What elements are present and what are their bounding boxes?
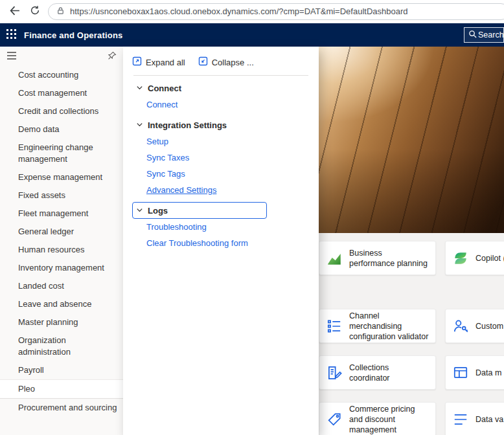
price-tag-icon xyxy=(326,411,343,428)
collapse-button[interactable]: Collapse ... xyxy=(198,56,254,68)
flyout-link-setup[interactable]: Setup xyxy=(146,133,310,150)
sidebar-item-engineering-change-management[interactable]: Engineering change management xyxy=(0,139,123,168)
workarea: Cost accounting Cost management Credit a… xyxy=(0,47,504,435)
tile-label: Copilot (Previe xyxy=(475,253,504,263)
tile-business-performance-planning[interactable]: Business performance planning xyxy=(319,241,436,275)
tile-copilot-preview[interactable]: Copilot (Previe xyxy=(445,241,504,275)
url-text: https://usnconeboxax1aos.cloud.onebox.dy… xyxy=(70,6,408,16)
sidebar-item-cost-management[interactable]: Cost management xyxy=(0,84,123,102)
sidebar-item-demo-data[interactable]: Demo data xyxy=(0,120,123,139)
collapse-label: Collapse ... xyxy=(212,58,254,67)
sidebar-item-expense-management[interactable]: Expense management xyxy=(0,168,123,186)
chevron-down-icon xyxy=(136,206,143,216)
sidebar-item-pleo[interactable]: Pleo xyxy=(0,379,123,399)
app-header: Finance and Operations Search xyxy=(0,23,504,47)
module-sidebar: Cost accounting Cost management Credit a… xyxy=(0,47,123,435)
flyout-link-sync-tags[interactable]: Sync Tags xyxy=(146,166,310,182)
refresh-icon xyxy=(30,5,40,17)
sidebar-item-credit-and-collections[interactable]: Credit and collections xyxy=(0,102,123,120)
sidebar-item-cost-accounting[interactable]: Cost accounting xyxy=(0,66,123,84)
sidebar-item-procurement-and-sourcing[interactable]: Procurement and sourcing xyxy=(0,399,123,417)
dashboard-hero-image xyxy=(319,47,504,233)
tile-collections-coordinator[interactable]: Collections coordinator xyxy=(319,355,436,390)
tile-label: Business performance planning xyxy=(349,248,429,269)
sidebar-item-landed-cost[interactable]: Landed cost xyxy=(0,277,123,295)
sidebar-item-master-planning[interactable]: Master planning xyxy=(0,313,123,331)
sidebar-item-fixed-assets[interactable]: Fixed assets xyxy=(0,186,123,205)
pin-panel-button[interactable] xyxy=(106,50,118,63)
section-title: Integration Settings xyxy=(148,120,227,130)
tile-label: Custom xyxy=(475,321,503,331)
expand-all-label: Expand all xyxy=(146,58,185,67)
sidebar-item-general-ledger[interactable]: General ledger xyxy=(0,223,123,241)
waffle-icon xyxy=(6,29,16,41)
person-key-icon xyxy=(452,318,469,335)
hamburger-menu-button[interactable] xyxy=(5,50,18,63)
tile-label: Data va xyxy=(475,414,503,425)
area-chart-icon xyxy=(326,250,343,267)
flyout-toolbar: Expand all Collapse ... xyxy=(132,54,310,70)
search-placeholder: Search xyxy=(478,30,504,39)
app-title: Finance and Operations xyxy=(24,30,123,40)
dynamics-365-window: https://usnconeboxax1aos.cloud.onebox.dy… xyxy=(0,0,504,435)
address-bar[interactable]: https://usnconeboxax1aos.cloud.onebox.dy… xyxy=(48,3,504,20)
section-logs[interactable]: Logs xyxy=(132,202,267,219)
section-integration-settings[interactable]: Integration Settings xyxy=(132,117,267,133)
collapse-icon xyxy=(198,56,208,68)
lock-icon xyxy=(56,6,65,17)
tile-data-validation[interactable]: Data va xyxy=(445,402,504,435)
flyout-link-sync-taxes[interactable]: Sync Taxes xyxy=(146,150,310,166)
expand-all-button[interactable]: Expand all xyxy=(132,56,185,68)
flyout-link-clear-troubleshooting-form[interactable]: Clear Troubleshooting form xyxy=(146,235,310,251)
sidebar-item-leave-and-absence[interactable]: Leave and absence xyxy=(0,295,123,313)
search-input[interactable]: Search xyxy=(464,27,504,43)
pin-icon xyxy=(108,51,117,62)
tile-label: Channel merchandising configuration vali… xyxy=(349,311,429,342)
checklist-icon xyxy=(326,318,343,335)
sidebar-item-human-resources[interactable]: Human resources xyxy=(0,241,123,259)
sidebar-item-payroll[interactable]: Payroll xyxy=(0,361,123,379)
copilot-icon xyxy=(452,250,469,267)
tile-label: Commerce pricing and discount management xyxy=(349,404,429,435)
flyout-link-connect[interactable]: Connect xyxy=(146,96,310,113)
sidebar-item-fleet-management[interactable]: Fleet management xyxy=(0,205,123,223)
sidebar-item-organization-administration[interactable]: Organization administration xyxy=(0,331,123,361)
tile-label: Data m xyxy=(475,368,501,378)
chevron-down-icon xyxy=(136,84,143,93)
back-arrow-icon xyxy=(9,5,20,18)
tile-data-management[interactable]: Data m xyxy=(445,355,504,390)
browser-toolbar: https://usnconeboxax1aos.cloud.onebox.dy… xyxy=(0,0,504,23)
section-connect[interactable]: Connect xyxy=(132,80,267,96)
tile-label: Collections coordinator xyxy=(349,362,429,383)
data-table-icon xyxy=(452,364,469,381)
refresh-button[interactable] xyxy=(27,4,43,19)
flyout-divider xyxy=(133,75,308,76)
dashboard-content: Business performance planning Copilot (P… xyxy=(319,47,504,435)
search-icon xyxy=(468,30,477,40)
chevron-down-icon xyxy=(136,120,143,130)
section-title: Logs xyxy=(148,206,168,216)
expand-all-icon xyxy=(132,56,142,68)
tile-channel-merchandising-configuration-validator[interactable]: Channel merchandising configuration vali… xyxy=(319,309,436,343)
module-flyout-menu: Expand all Collapse ... Connect Connect xyxy=(123,47,319,435)
tile-commerce-pricing-and-discount-management[interactable]: Commerce pricing and discount management xyxy=(319,402,436,435)
tile-customer[interactable]: Custom xyxy=(445,309,504,343)
app-launcher-button[interactable] xyxy=(6,29,16,41)
document-pencil-icon xyxy=(326,364,343,381)
flyout-link-troubleshooting[interactable]: Troubleshooting xyxy=(146,219,310,235)
flyout-link-advanced-settings[interactable]: Advanced Settings xyxy=(146,182,310,198)
section-title: Connect xyxy=(148,84,181,93)
sidebar-header xyxy=(0,47,123,63)
sidebar-item-inventory-management[interactable]: Inventory management xyxy=(0,259,123,277)
list-icon xyxy=(452,411,469,428)
hamburger-icon xyxy=(6,51,17,62)
back-button[interactable] xyxy=(6,4,22,19)
sidebar-item-list: Cost accounting Cost management Credit a… xyxy=(0,66,123,417)
